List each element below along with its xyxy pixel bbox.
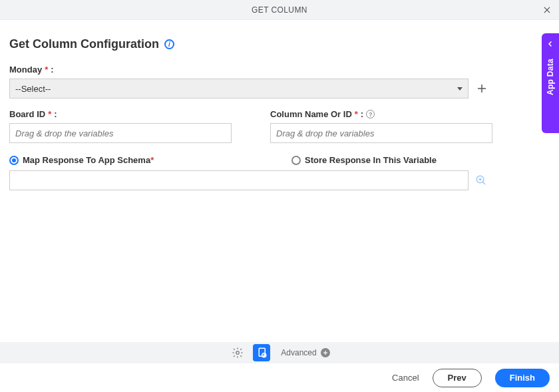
app-data-side-tab[interactable]: App Data bbox=[542, 33, 559, 133]
board-id-input[interactable] bbox=[9, 123, 232, 143]
label-colon: : bbox=[361, 109, 363, 119]
column-name-input[interactable] bbox=[270, 123, 492, 143]
add-monday-button[interactable] bbox=[475, 82, 488, 95]
finish-button[interactable]: Finish bbox=[495, 369, 550, 387]
label-colon: : bbox=[51, 65, 53, 75]
radio-checked-icon bbox=[9, 156, 19, 165]
info-icon[interactable]: i bbox=[164, 39, 174, 49]
map-response-label: Map Response To App Schema bbox=[23, 155, 150, 165]
monday-field: Monday*: --Select-- bbox=[9, 65, 550, 98]
radio-unchecked-icon bbox=[291, 156, 301, 165]
footer: Cancel Prev Finish bbox=[0, 363, 559, 392]
monday-select-value: --Select-- bbox=[15, 84, 51, 94]
help-icon[interactable]: ? bbox=[366, 110, 375, 118]
advanced-plus-badge bbox=[321, 348, 330, 357]
schema-row bbox=[9, 170, 550, 190]
label-colon: : bbox=[54, 109, 57, 119]
svg-point-1 bbox=[236, 351, 240, 355]
monday-select-row: --Select-- bbox=[9, 79, 550, 98]
column-name-label-text: Column Name Or ID bbox=[270, 109, 352, 119]
required-marker: * bbox=[48, 109, 51, 119]
board-id-label-text: Board ID bbox=[9, 109, 45, 119]
column-name-field: Column Name Or ID*: ? bbox=[270, 109, 492, 143]
monday-label: Monday*: bbox=[9, 65, 550, 75]
advanced-label: Advanced bbox=[281, 348, 316, 357]
monday-label-text: Monday bbox=[9, 65, 42, 75]
map-response-radio[interactable]: Map Response To App Schema* bbox=[9, 155, 280, 165]
page-title: Get Column Configuration bbox=[9, 37, 159, 51]
advanced-button[interactable]: Advanced bbox=[281, 348, 329, 357]
two-column-row: Board ID*: Column Name Or ID*: ? bbox=[9, 109, 550, 143]
column-name-label: Column Name Or ID*: ? bbox=[270, 109, 492, 119]
chevron-down-icon bbox=[457, 87, 463, 91]
chevron-left-icon bbox=[546, 40, 554, 48]
board-id-field: Board ID*: bbox=[9, 109, 232, 143]
prev-button[interactable]: Prev bbox=[433, 369, 482, 387]
response-radio-group: Map Response To App Schema* Store Respon… bbox=[9, 155, 550, 165]
modal-header: GET COLUMN bbox=[0, 0, 559, 20]
schema-input[interactable] bbox=[9, 170, 468, 190]
document-icon bbox=[256, 347, 268, 359]
required-marker: * bbox=[355, 109, 358, 119]
schema-search-button[interactable] bbox=[475, 174, 487, 186]
close-icon bbox=[542, 5, 552, 15]
side-tab-label: App Data bbox=[546, 59, 555, 95]
store-response-label: Store Response In This Variable bbox=[305, 155, 437, 165]
close-button[interactable] bbox=[540, 3, 554, 17]
search-zoom-icon bbox=[475, 174, 487, 186]
required-marker: * bbox=[150, 155, 154, 165]
doc-config-button[interactable] bbox=[253, 344, 270, 361]
plus-icon bbox=[476, 83, 488, 95]
gear-icon bbox=[232, 347, 244, 359]
bottom-toolbar: Advanced bbox=[0, 342, 559, 363]
cancel-button[interactable]: Cancel bbox=[392, 373, 419, 383]
content-area: Get Column Configuration i Monday*: --Se… bbox=[0, 20, 559, 190]
settings-button[interactable] bbox=[229, 344, 246, 361]
modal-title: GET COLUMN bbox=[252, 5, 307, 15]
store-response-radio[interactable]: Store Response In This Variable bbox=[291, 155, 559, 165]
monday-select[interactable]: --Select-- bbox=[9, 79, 468, 98]
required-marker: * bbox=[45, 65, 48, 75]
page-title-row: Get Column Configuration i bbox=[9, 37, 550, 51]
board-id-label: Board ID*: bbox=[9, 109, 232, 119]
plus-small-icon bbox=[322, 349, 329, 356]
